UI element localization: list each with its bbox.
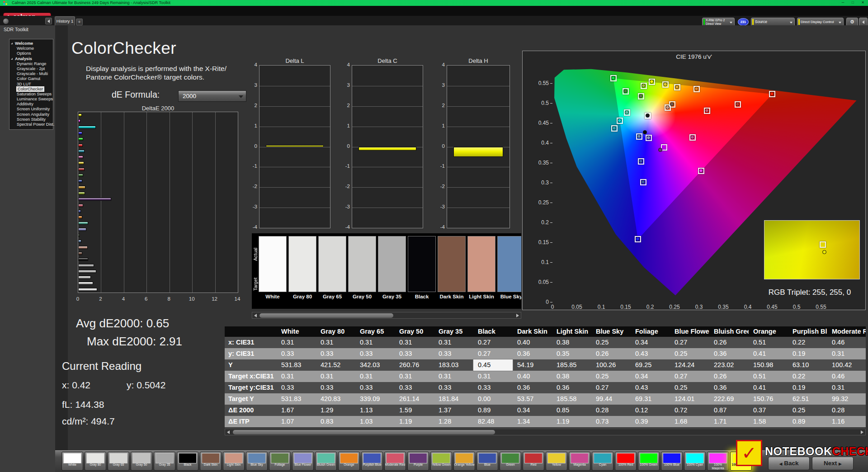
chevron-left-icon (862, 20, 864, 24)
sidebar-item-3d-lut[interactable]: 3D LUT (9, 82, 53, 87)
table-scrollbar[interactable] (225, 429, 866, 435)
patch-button-gray-65[interactable]: Gray 65 (108, 452, 129, 471)
patch-button-yellow-green[interactable]: Yellow Green (430, 452, 452, 471)
patch-button-bluish-green[interactable]: Bluish Green (315, 452, 337, 471)
table-cell: 0.31 (827, 382, 866, 393)
sidebar-item-welcome[interactable]: Welcome (9, 41, 53, 46)
patch-button-green[interactable]: Green (500, 452, 521, 471)
patch-button-gray-35[interactable]: Gray 35 (154, 452, 175, 471)
table-cell: 82.48 (473, 416, 513, 427)
delta-c-bar (359, 147, 416, 151)
sidebar-item-color-gamut[interactable]: Color Gamut (9, 76, 53, 81)
scrollbar-thumb[interactable] (259, 313, 393, 318)
patch-button-orange[interactable]: Orange (338, 452, 360, 471)
patch-button-magenta[interactable]: Magenta (569, 452, 590, 471)
gridline (146, 112, 147, 293)
sidebar-item-additivity[interactable]: Additivity (9, 102, 53, 107)
sidebar-item-spectral-power-dist-[interactable]: Spectral Power Dist. (9, 122, 53, 127)
sidebar-item-options[interactable]: Options (9, 51, 53, 56)
sidebar-item-label: ColorChecker (17, 87, 44, 91)
sidebar-item-colorchecker[interactable]: ColorChecker (9, 87, 53, 92)
add-tab-button[interactable]: + (76, 19, 83, 25)
table-cell: 0.25 (670, 382, 709, 393)
patch-button-100-magenta[interactable]: 100% Magenta (707, 452, 729, 471)
patch-button-gray-80[interactable]: Gray 80 (85, 452, 106, 471)
sidebar-item-dynamic-range[interactable]: Dynamic Range (9, 61, 53, 66)
patch-button-cyan[interactable]: Cyan (592, 452, 613, 471)
patch-button-white[interactable]: White (61, 452, 83, 471)
patch-button-purplish-blue[interactable]: Purplish Blue (361, 452, 383, 471)
sidebar-item-grayscale-multi[interactable]: Grayscale - Multi (9, 71, 53, 76)
cie-x-tick-label: 0.45 (764, 304, 780, 310)
minimize-button[interactable]: ─ (839, 0, 847, 6)
meter-count-badge[interactable]: 231 (738, 18, 749, 26)
patch-button-dark-skin[interactable]: Dark Skin (200, 452, 222, 471)
patch-button-yellow[interactable]: Yellow (546, 452, 567, 471)
patch-button-foliage[interactable]: Foliage (269, 452, 291, 471)
patch-button-gray-50[interactable]: Gray 50 (131, 452, 152, 471)
patch-button-label: 100% Red (615, 463, 636, 470)
cie-x-tick-label: 0.25 (666, 304, 683, 310)
cie-measured-dot-100-green (611, 76, 615, 80)
patch-color-chip (294, 453, 312, 463)
tab-history-1[interactable]: History 1 (55, 16, 75, 25)
de-formula-dropdown[interactable]: 2000 (178, 90, 246, 102)
sidebar-item-screen-angularity[interactable]: Screen Angularity (9, 112, 53, 117)
patch-button-orange-yellow[interactable]: Orange Yellow (453, 452, 475, 471)
sidebar-item-screen-uniformity[interactable]: Screen Uniformity (9, 107, 53, 112)
patch-button-100-cyan[interactable]: 100% Cyan (684, 452, 706, 471)
patch-strip-scrollbar[interactable] (252, 312, 521, 319)
patch-button-moderate-red[interactable]: Moderate Red (384, 452, 406, 471)
sidebar-collapse-button[interactable] (45, 18, 52, 24)
target-row-label: Target (253, 272, 258, 296)
de-formula-value: 2000 (183, 93, 196, 99)
patch-color-chip (686, 453, 704, 463)
sidebar-item-grayscale-2pt[interactable]: Grayscale - 2pt (9, 66, 53, 71)
watermark-notebook: NOTEBOOK (765, 445, 832, 458)
scroll-left-icon[interactable] (254, 314, 257, 317)
next-button[interactable]: Next ▶ (812, 457, 854, 470)
check-icon: ✓ (741, 443, 757, 463)
table-cell: 0.27 (670, 371, 709, 382)
patch-button-blue-flower[interactable]: Blue Flower (292, 452, 314, 471)
patch-button-blue[interactable]: Blue (476, 452, 498, 471)
maximize-button[interactable]: □ (849, 0, 857, 6)
colorchecker-data-table: WhiteGray 80Gray 65Gray 50Gray 35BlackDa… (225, 326, 866, 428)
patch-button-100-blue[interactable]: 100% Blue (661, 452, 683, 471)
scroll-right-icon[interactable] (861, 430, 863, 434)
patch-button-blue-sky[interactable]: Blue Sky (246, 452, 268, 471)
close-button[interactable]: ✕ (859, 0, 867, 6)
back-button[interactable]: ◀ Back (768, 457, 810, 470)
inset-target-square (820, 241, 826, 248)
patch-button-purple[interactable]: Purple (407, 452, 429, 471)
patch-button-label: Black (177, 463, 198, 470)
scroll-right-icon[interactable] (516, 314, 519, 317)
sidebar-item-saturation-sweeps[interactable]: Saturation Sweeps (9, 92, 53, 97)
table-cell: 0.25 (591, 337, 631, 348)
display-control-label: Direct Display Control (801, 20, 834, 24)
scrollbar-thumb[interactable] (233, 430, 495, 434)
table-cell: 181.84 (434, 393, 473, 405)
patch-button-100-red[interactable]: 100% Red (615, 452, 637, 471)
patch-color-chip (386, 453, 404, 463)
patch-button-black[interactable]: Black (177, 452, 198, 471)
table-cell: 0.28 (827, 405, 866, 416)
scroll-left-icon[interactable] (227, 430, 230, 434)
sidebar-item-analysis[interactable]: Analysis (9, 57, 53, 61)
y-tick-label: 0 (435, 143, 445, 149)
patch-button-label: 100% Magenta (708, 463, 728, 470)
table-row-label: ΔE ITP (225, 416, 277, 427)
patch-button-light-skin[interactable]: Light Skin (223, 452, 245, 471)
tick-mark (550, 203, 552, 203)
deltae-bar-yellow-green (78, 192, 85, 195)
patch-button-100-green[interactable]: 100% Green (638, 452, 660, 471)
sidebar-item-screen-stability[interactable]: Screen Stability (9, 117, 53, 122)
y-tick-label: -1 (435, 163, 445, 169)
sidebar-item-luminance-sweeps[interactable]: Luminance Sweeps (9, 97, 53, 102)
panel-pin-button[interactable] (3, 18, 9, 24)
gridline (259, 106, 330, 107)
deltae-bar-red (78, 168, 85, 171)
patch-button-red[interactable]: Red (523, 452, 544, 471)
sidebar-item-welcome[interactable]: Welcome (9, 46, 53, 51)
tick-mark (550, 123, 552, 123)
